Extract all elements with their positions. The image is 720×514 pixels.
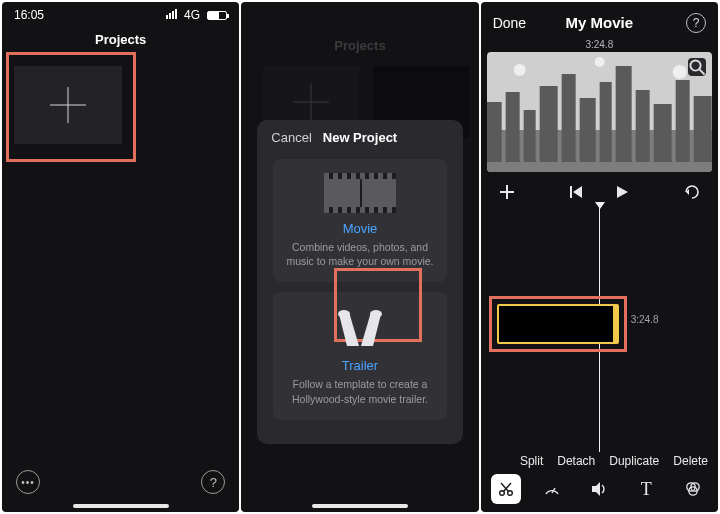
- play-icon: [614, 184, 630, 200]
- ellipsis-icon: •••: [21, 477, 35, 488]
- delete-button[interactable]: Delete: [673, 454, 708, 468]
- filters-icon: [684, 480, 702, 498]
- option-trailer-label: Trailer: [342, 358, 378, 373]
- more-button[interactable]: •••: [16, 470, 40, 494]
- panel-projects: 16:05 4G Projects ••• ?: [2, 2, 239, 512]
- svg-rect-12: [599, 82, 611, 162]
- svg-point-18: [513, 64, 525, 76]
- sheet-title: New Project: [323, 130, 397, 145]
- svg-rect-9: [539, 86, 557, 162]
- svg-rect-10: [561, 74, 575, 162]
- tool-titles[interactable]: T: [631, 474, 661, 504]
- tool-volume[interactable]: [584, 474, 614, 504]
- page-title: Projects: [2, 24, 239, 57]
- cancel-button[interactable]: Cancel: [271, 130, 311, 145]
- svg-rect-7: [505, 92, 519, 162]
- split-button[interactable]: Split: [520, 454, 543, 468]
- svg-rect-6: [487, 102, 502, 162]
- zoom-button[interactable]: [688, 58, 706, 76]
- duplicate-button[interactable]: Duplicate: [609, 454, 659, 468]
- undo-icon: [683, 185, 701, 199]
- status-right: 4G: [166, 8, 228, 22]
- svg-rect-8: [523, 110, 535, 162]
- help-button[interactable]: ?: [201, 470, 225, 494]
- editor-toolbar: T: [491, 474, 708, 504]
- plus-icon: [293, 84, 329, 120]
- tool-speed[interactable]: [537, 474, 567, 504]
- option-movie[interactable]: Movie Combine videos, photos, and music …: [273, 159, 446, 282]
- status-time: 16:05: [14, 8, 44, 22]
- panel-editor: Done My Movie ? 3:24.8: [481, 2, 718, 512]
- tool-filters[interactable]: [678, 474, 708, 504]
- option-movie-label: Movie: [343, 221, 378, 236]
- svg-point-19: [594, 57, 604, 67]
- timecode: 3:24.8: [481, 39, 718, 50]
- help-icon: ?: [693, 16, 700, 30]
- svg-point-3: [370, 310, 382, 318]
- done-button[interactable]: Done: [493, 15, 526, 31]
- new-project-sheet: Cancel New Project Movie Combine videos,…: [257, 120, 462, 444]
- home-indicator: [73, 504, 169, 508]
- add-media-button[interactable]: [495, 180, 519, 204]
- svg-point-20: [672, 65, 686, 79]
- help-button[interactable]: ?: [686, 13, 706, 33]
- tool-cut[interactable]: [491, 474, 521, 504]
- svg-rect-17: [693, 96, 711, 162]
- text-icon: T: [641, 479, 652, 500]
- svg-rect-11: [579, 98, 595, 162]
- svg-point-2: [338, 310, 350, 318]
- skip-start-button[interactable]: [564, 180, 588, 204]
- play-button[interactable]: [610, 180, 634, 204]
- clip-timecode: 3:24.8: [631, 314, 659, 325]
- svg-rect-13: [615, 66, 631, 162]
- svg-marker-24: [573, 186, 582, 198]
- spotlights-icon: [335, 306, 385, 350]
- detach-button[interactable]: Detach: [557, 454, 595, 468]
- svg-line-22: [699, 69, 704, 74]
- dimmed-page-title: Projects: [241, 38, 478, 53]
- speaker-icon: [590, 480, 608, 498]
- svg-rect-16: [675, 80, 689, 162]
- option-trailer[interactable]: Trailer Follow a template to create a Ho…: [273, 292, 446, 419]
- option-trailer-desc: Follow a template to create a Hollywood-…: [285, 377, 434, 405]
- new-project-tile[interactable]: [14, 66, 122, 144]
- undo-button[interactable]: [680, 180, 704, 204]
- svg-point-21: [690, 60, 700, 70]
- status-bar: 16:05 4G: [2, 2, 239, 24]
- battery-icon: [207, 11, 227, 20]
- skyline-thumbnail: [487, 52, 712, 172]
- video-clip[interactable]: [497, 304, 615, 344]
- timeline[interactable]: 3:24.8 Split Detach Duplicate Delete T: [481, 204, 718, 512]
- svg-rect-14: [635, 90, 649, 162]
- option-movie-desc: Combine videos, photos, and music to mak…: [285, 240, 434, 268]
- magnifier-icon: [688, 58, 706, 76]
- transport-bar: [481, 172, 718, 204]
- signal-icon: [166, 9, 177, 19]
- svg-rect-23: [570, 186, 572, 198]
- clip-actions: Split Detach Duplicate Delete: [520, 454, 708, 468]
- plus-icon: [500, 185, 514, 199]
- scissors-icon: [498, 481, 514, 497]
- help-icon: ?: [210, 475, 217, 490]
- network-label: 4G: [184, 8, 200, 22]
- speedometer-icon: [543, 480, 561, 498]
- project-title: My Movie: [566, 14, 634, 31]
- svg-rect-15: [653, 104, 671, 162]
- svg-marker-25: [617, 186, 628, 198]
- panel-new-project-sheet: Projects Cancel New Project Movie Combin…: [241, 2, 478, 512]
- svg-marker-32: [592, 482, 600, 496]
- filmstrip-icon: [324, 173, 396, 213]
- skip-back-icon: [568, 184, 584, 200]
- home-indicator: [312, 504, 408, 508]
- video-preview[interactable]: [487, 52, 712, 172]
- plus-icon: [50, 87, 86, 123]
- clip-trim-handle[interactable]: [613, 304, 619, 344]
- editor-header: Done My Movie ?: [481, 2, 718, 35]
